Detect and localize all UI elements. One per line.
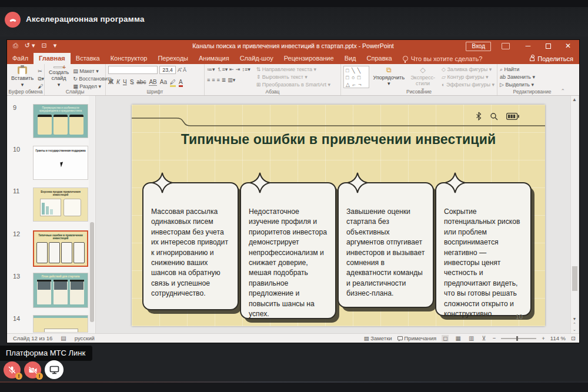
- copy-icon[interactable]: ⧉▾: [38, 75, 44, 82]
- notes-button[interactable]: ▤ Заметки: [364, 335, 392, 341]
- sign-in-button[interactable]: Вход: [466, 42, 491, 51]
- collapse-ribbon-icon[interactable]: ⌃: [560, 88, 565, 94]
- font-group-label: Шрифт: [106, 89, 204, 95]
- previous-slide-icon[interactable]: ⌃: [571, 321, 578, 327]
- zoom-slider[interactable]: [501, 338, 536, 339]
- justify-icon[interactable]: ≣: [222, 76, 226, 83]
- comments-button[interactable]: Примечания: [397, 335, 437, 341]
- align-right-icon[interactable]: ≡: [217, 76, 220, 83]
- font-size-combobox[interactable]: 23,4: [159, 66, 176, 74]
- fit-to-window-icon[interactable]: ⊡: [571, 335, 576, 341]
- tab-help[interactable]: Справка: [362, 53, 397, 64]
- zoom-slider-thumb[interactable]: [516, 336, 518, 341]
- shape-outline-button[interactable]: ▱ Контур фигуры ▾: [442, 73, 495, 81]
- reading-view-icon[interactable]: ▥: [467, 335, 475, 341]
- language-label[interactable]: русский: [75, 335, 95, 341]
- tab-animations[interactable]: Анимация: [193, 53, 235, 64]
- zoom-level[interactable]: 114 %: [550, 335, 566, 341]
- smartart-button[interactable]: ⊞ Преобразовать в SmartArt ▾: [256, 81, 330, 88]
- quick-styles-button[interactable]: ◇ Экспресс-стили▾: [409, 66, 437, 88]
- tell-me-box[interactable]: Что вы хотите сделать?: [397, 53, 488, 64]
- thumbnail-scrollbar[interactable]: [89, 96, 95, 333]
- restore-button[interactable]: [539, 40, 557, 53]
- ribbon-display-options-icon[interactable]: [502, 43, 510, 49]
- scroll-up-icon[interactable]: ▲: [571, 96, 578, 104]
- microphone-muted-button[interactable]: !: [4, 361, 21, 378]
- cut-icon[interactable]: ✂: [38, 68, 44, 75]
- grow-font-icon[interactable]: А̂: [178, 66, 181, 73]
- slideshow-view-icon[interactable]: ⊻: [480, 335, 487, 341]
- bullets-icon[interactable]: ≔▾: [207, 66, 215, 73]
- italic-button[interactable]: К: [116, 79, 120, 85]
- card-text: Сокрытие потенциальных рисков или пробле…: [444, 207, 520, 318]
- close-button[interactable]: ✕: [559, 40, 577, 53]
- minimize-button[interactable]: ─: [519, 40, 537, 53]
- new-slide-button[interactable]: Создать слайд▾: [47, 66, 71, 88]
- normal-view-icon[interactable]: ◻: [442, 335, 449, 341]
- zoom-in-icon[interactable]: +: [542, 335, 545, 341]
- paste-button[interactable]: Вставить▾: [9, 66, 35, 88]
- tab-slideshow[interactable]: Слайд-шоу: [235, 53, 279, 64]
- thumbnail-slide-10[interactable]: Гранты и государственная поддержка: [33, 146, 88, 180]
- strikethrough-button[interactable]: abc: [136, 79, 146, 85]
- align-text-button[interactable]: ⇕ Выровнять текст ▾: [256, 73, 330, 81]
- camera-off-button[interactable]: !: [24, 361, 41, 378]
- shape-fill-button[interactable]: ◇ Заливка фигуры ▾: [442, 66, 495, 73]
- shapes-gallery[interactable]: □ ╲ ╲ □ ○ □ △ ⌐ ¬ ⇦ ⇩ ⌂ ☆ ⌒ ∿ { } ☆: [343, 66, 369, 88]
- change-case-button[interactable]: Аа: [160, 79, 167, 85]
- highlight-button[interactable]: 🖊: [170, 79, 176, 87]
- editing-group-label: Редактирование: [497, 89, 567, 95]
- bold-button[interactable]: Ж: [108, 79, 113, 85]
- tab-view[interactable]: Вид: [339, 53, 362, 64]
- screen-share-icon: [49, 366, 59, 374]
- screen-share-button[interactable]: [45, 360, 64, 379]
- select-button[interactable]: ▷ Выделить ▾: [500, 81, 535, 88]
- thumb-number: 12: [13, 230, 20, 237]
- zoom-out-icon[interactable]: −: [493, 335, 496, 341]
- find-button[interactable]: ⌕ Найти: [500, 66, 535, 73]
- next-slide-icon[interactable]: ⌄: [571, 327, 578, 332]
- arrange-button[interactable]: ⧉ Упорядочить▾: [372, 66, 407, 88]
- text-shadow-button[interactable]: S: [130, 79, 134, 85]
- thumbnail-slide-14[interactable]: [33, 315, 88, 333]
- font-color-button[interactable]: А: [179, 79, 183, 87]
- text-direction-button[interactable]: ⇅ Направление текста ▾: [256, 66, 330, 73]
- thumbnail-slide-13[interactable]: План действий для стартапа: [33, 273, 88, 308]
- sparkle-icon: [249, 172, 270, 193]
- increase-indent-icon[interactable]: ⇥: [236, 66, 240, 73]
- thumbnail-slide-9[interactable]: Преимущества и особенности краудфандинга…: [33, 104, 88, 138]
- group-drawing: □ ╲ ╲ □ ○ □ △ ⌐ ¬ ⇦ ⇩ ⌂ ☆ ⌒ ∿ { } ☆ ⧉ Уп…: [341, 64, 497, 95]
- thumbnail-slide-11[interactable]: Воронка продаж привлечения инвестиций: [33, 187, 88, 222]
- main-scrollbar[interactable]: ▲ ▼ ⌃ ⌄: [570, 96, 578, 333]
- tab-review[interactable]: Рецензирование: [279, 53, 339, 64]
- decrease-indent-icon[interactable]: ⇤: [229, 66, 234, 73]
- tab-file[interactable]: Файл: [7, 53, 34, 64]
- slide-canvas[interactable]: Типичные ошибки в привлечении инвестиций…: [132, 105, 545, 326]
- tab-home[interactable]: Главная: [34, 53, 71, 64]
- shape-effects-button[interactable]: ◐ Эффекты фигуры ▾: [442, 81, 495, 88]
- numbering-icon[interactable]: ⒈≡▾: [217, 66, 228, 73]
- replace-button[interactable]: ab Заменить ▾: [500, 73, 535, 81]
- tab-transitions[interactable]: Переходы: [152, 53, 193, 64]
- tab-insert[interactable]: Вставка: [71, 53, 105, 64]
- line-spacing-icon[interactable]: ↕≡▾: [242, 66, 250, 73]
- scroll-down-icon[interactable]: ▼: [571, 316, 578, 321]
- align-left-icon[interactable]: ≡: [207, 76, 210, 83]
- shrink-font-icon[interactable]: А̌: [183, 66, 186, 73]
- char-spacing-button[interactable]: АВ: [149, 79, 156, 86]
- thumb-number: 14: [13, 315, 20, 322]
- hangup-button[interactable]: [5, 12, 21, 28]
- thumbnail-slide-12-selected[interactable]: Типичные ошибки в привлечении инвестиций: [33, 230, 88, 267]
- thumb-number: 11: [13, 187, 19, 195]
- columns-icon[interactable]: ▥▾: [228, 76, 235, 83]
- font-name-combobox[interactable]: [108, 66, 158, 74]
- spellcheck-icon[interactable]: ▤: [61, 335, 66, 341]
- tab-design[interactable]: Конструктор: [105, 53, 153, 64]
- slide-sorter-view-icon[interactable]: ▦: [454, 335, 462, 341]
- document-title: Каналы поиска и привлечения инвестиций в…: [7, 42, 579, 49]
- share-button[interactable]: Поделиться: [524, 53, 579, 64]
- align-center-icon[interactable]: ≡: [212, 76, 215, 83]
- underline-button[interactable]: Ч: [123, 79, 127, 85]
- scrollbar-thumb[interactable]: [572, 266, 577, 291]
- person-icon: [530, 56, 534, 61]
